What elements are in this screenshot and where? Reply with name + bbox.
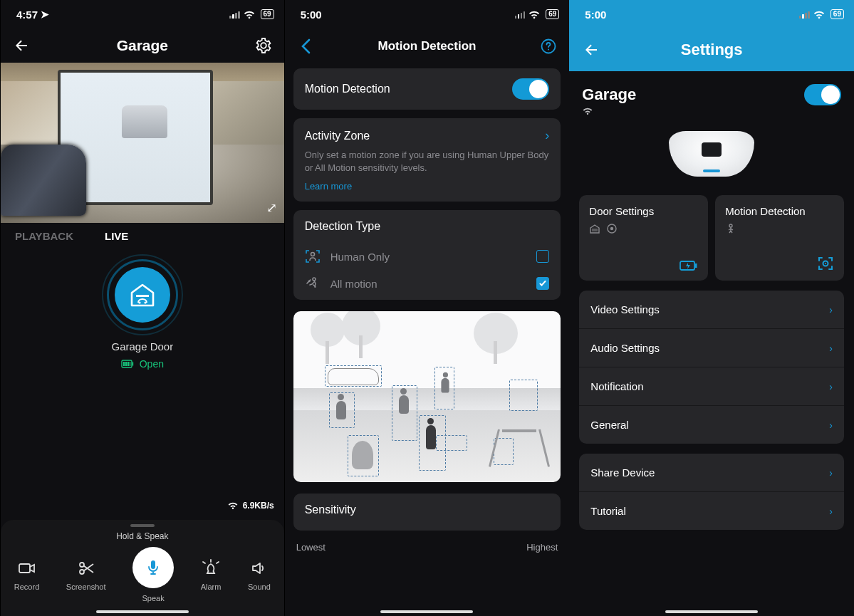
- back-button[interactable]: [295, 36, 316, 57]
- row-audio-settings[interactable]: Audio Settings›: [579, 329, 844, 367]
- chevron-right-icon: ›: [545, 128, 549, 143]
- door-status: Open: [1, 358, 284, 370]
- panel-grabber[interactable]: [130, 524, 155, 527]
- svg-rect-20: [695, 263, 697, 268]
- wifi-icon: [528, 10, 541, 19]
- device-enabled-toggle[interactable]: [804, 84, 841, 105]
- door-status-text: Open: [140, 358, 164, 370]
- svg-point-14: [548, 49, 549, 51]
- svg-point-23: [825, 263, 826, 264]
- cell-signal-icon: [515, 10, 526, 19]
- battery-charge-icon: [679, 259, 698, 272]
- svg-rect-6: [127, 362, 129, 366]
- motion-detection-toggle[interactable]: [512, 78, 549, 100]
- expand-icon[interactable]: ⤢: [266, 200, 277, 216]
- home-indicator[interactable]: [665, 610, 758, 613]
- location-icon: ➤: [41, 9, 49, 20]
- alarm-button[interactable]: Alarm: [201, 558, 222, 591]
- settings-list-1: Video Settings› Audio Settings› Notifica…: [579, 291, 844, 444]
- settings-button[interactable]: [253, 35, 274, 56]
- activity-zone-card[interactable]: Activity Zone › Only set a motion zone i…: [293, 118, 561, 202]
- svg-rect-8: [132, 362, 133, 366]
- learn-more-link[interactable]: Learn more: [305, 181, 550, 192]
- hold-speak-label: Hold & Speak: [1, 531, 284, 541]
- detection-type-card: Detection Type Human Only All motion: [293, 210, 561, 300]
- row-general[interactable]: General›: [579, 406, 844, 444]
- svg-point-2: [144, 301, 146, 303]
- speak-button[interactable]: Speak: [132, 547, 174, 602]
- chevron-right-icon: ›: [829, 419, 833, 431]
- motion-detection-label: Motion Detection: [305, 83, 390, 95]
- live-video[interactable]: eufy ⤢: [1, 63, 284, 223]
- record-button[interactable]: Record: [14, 558, 39, 591]
- speaker-icon: [249, 558, 269, 578]
- row-video-settings[interactable]: Video Settings›: [579, 291, 844, 329]
- checkbox-checked-icon: [536, 277, 549, 290]
- device-row: Garage: [569, 71, 854, 107]
- home-indicator[interactable]: [96, 610, 189, 613]
- device-name: Garage: [582, 85, 636, 104]
- phone-settings: 5:00 69 Settings Garage Door Settings: [569, 0, 854, 616]
- clock: 5:00: [585, 9, 606, 21]
- row-notification[interactable]: Notification›: [579, 367, 844, 406]
- wifi-icon: [243, 10, 256, 19]
- page-title: Garage: [32, 37, 253, 54]
- checkbox-unchecked-icon: [536, 250, 549, 263]
- svg-rect-9: [19, 564, 30, 573]
- svg-rect-5: [125, 362, 127, 366]
- settings-list-2: Share Device› Tutorial›: [579, 454, 844, 530]
- svg-point-1: [138, 301, 140, 303]
- svg-point-21: [729, 224, 732, 227]
- chevron-right-icon: ›: [829, 506, 833, 517]
- door-label: Garage Door: [1, 340, 284, 353]
- svg-rect-7: [130, 362, 130, 366]
- help-button[interactable]: [538, 36, 559, 57]
- sound-button[interactable]: Sound: [248, 558, 271, 591]
- row-share-device[interactable]: Share Device›: [579, 454, 844, 492]
- home-indicator[interactable]: [380, 610, 473, 613]
- motion-icon: [305, 276, 321, 291]
- garage-small-icon: [589, 223, 600, 234]
- status-bar: 5:00 69: [569, 0, 854, 28]
- clock: 4:57: [16, 9, 38, 21]
- battery-icon: 69: [830, 9, 844, 19]
- clock: 5:00: [301, 9, 322, 21]
- record-small-icon: [606, 223, 618, 234]
- svg-point-15: [311, 253, 314, 256]
- door-control-button[interactable]: [107, 259, 178, 330]
- bitrate-indicator: 6.9KB/s: [227, 501, 274, 511]
- activity-zone-desc: Only set a motion zone if you are using …: [305, 149, 550, 174]
- chevron-right-icon: ›: [829, 304, 833, 315]
- cell-signal-icon: [229, 10, 240, 19]
- tile-door-settings[interactable]: Door Settings: [579, 195, 708, 281]
- person-small-icon: [725, 223, 736, 234]
- tile-motion-detection[interactable]: Motion Detection: [715, 195, 844, 281]
- scissors-icon: [76, 558, 96, 578]
- chevron-right-icon: ›: [829, 343, 833, 354]
- sensitivity-range-labels: Lowest Highest: [285, 535, 570, 553]
- row-tutorial[interactable]: Tutorial›: [579, 492, 844, 530]
- bottom-panel: Hold & Speak Record Screenshot Speak Ala…: [1, 520, 284, 616]
- svg-rect-4: [123, 362, 125, 366]
- detection-type-title: Detection Type: [305, 220, 550, 233]
- activity-zone-title: Activity Zone: [305, 130, 370, 142]
- tab-playback[interactable]: PLAYBACK: [15, 230, 73, 242]
- wifi-icon: [227, 501, 239, 510]
- option-human-only[interactable]: Human Only: [305, 243, 550, 270]
- screenshot-button[interactable]: Screenshot: [66, 558, 106, 591]
- garage-icon: [127, 280, 157, 310]
- svg-point-18: [610, 227, 613, 230]
- option-all-motion[interactable]: All motion: [305, 270, 550, 297]
- device-image: [569, 131, 854, 177]
- back-button[interactable]: [580, 39, 602, 61]
- phone-motion-detection: 5:00 69 Motion Detection Motion Detectio…: [285, 0, 570, 616]
- chevron-right-icon: ›: [829, 381, 833, 392]
- wifi-icon: [813, 10, 826, 19]
- battery-full-icon: [121, 360, 134, 368]
- back-button[interactable]: [11, 35, 32, 56]
- status-bar: 5:00 69: [285, 0, 570, 28]
- tab-live[interactable]: LIVE: [105, 230, 128, 242]
- page-title: Settings: [602, 41, 821, 59]
- cell-signal-icon: [799, 10, 810, 19]
- scan-icon: [817, 255, 834, 272]
